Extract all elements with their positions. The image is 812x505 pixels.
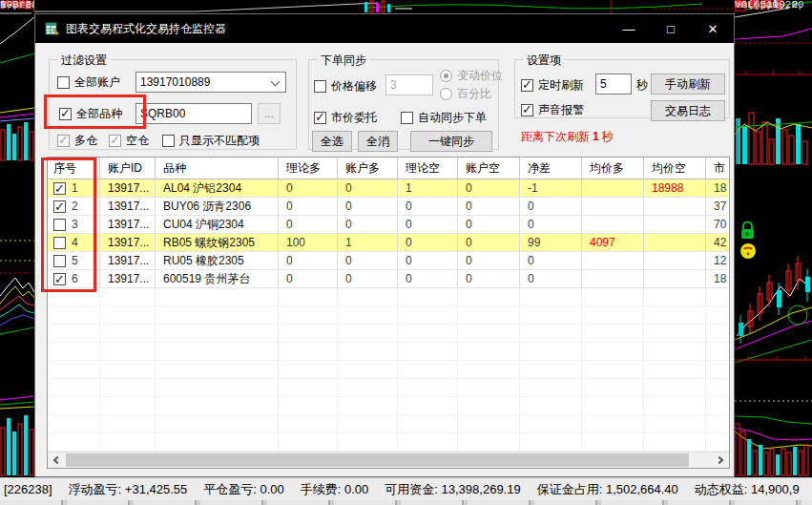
row-market: 42 — [706, 234, 729, 251]
col-avg-short[interactable]: 均价空 — [644, 158, 706, 179]
price-offset-box[interactable] — [314, 80, 326, 93]
row-account-long: 1 — [338, 234, 398, 251]
col-seq[interactable]: 序号 — [48, 158, 100, 179]
row-seq: 1 — [72, 179, 78, 197]
scroll-left-button[interactable] — [48, 452, 64, 468]
top-chart-graphics — [34, 0, 735, 13]
short-box[interactable] — [109, 135, 121, 147]
window-title: 图表交易程式化交易持仓监控器 — [66, 21, 226, 37]
table-row[interactable]: 1 13917... AL04 沪铝2304 0 0 1 0 -1 18988 … — [48, 179, 729, 198]
select-all-button[interactable]: 全选 — [312, 131, 352, 152]
sound-alarm-checkbox[interactable]: 声音报警 — [521, 102, 584, 118]
row-theory-long: 0 — [279, 179, 338, 197]
countdown-suffix: 秒 — [602, 130, 614, 143]
row-net-diff: 0 — [520, 198, 582, 215]
table-row[interactable]: 5 13917... RU05 橡胶2305 0 0 0 0 0 12 — [48, 252, 729, 270]
col-account-long[interactable]: 账户多 — [338, 158, 398, 179]
scrollbar-track[interactable] — [64, 452, 713, 468]
account-combobox[interactable]: 13917010889 — [135, 72, 286, 93]
row-avg-long — [582, 216, 644, 233]
row-theory-short: 0 — [398, 270, 458, 287]
scroll-right-button[interactable] — [713, 452, 729, 468]
percent-radio-circle[interactable] — [440, 88, 452, 100]
status-dynamic-equity: 动态权益: 14,900,9 — [695, 481, 800, 498]
table-row[interactable]: 2 13917... BUY06 沥青2306 0 0 0 0 0 37 — [48, 198, 729, 216]
row-net-diff: 0 — [520, 216, 582, 233]
row-net-diff: 0 — [520, 252, 582, 269]
tick-label: 变动价位 — [457, 68, 503, 84]
market-order-box[interactable] — [314, 112, 326, 124]
row-checkbox[interactable] — [53, 200, 66, 213]
row-market: 18 — [706, 270, 729, 287]
refresh-countdown: 距离下次刷新1秒 — [521, 129, 614, 145]
auto-sync-box[interactable] — [401, 112, 413, 124]
timed-refresh-box[interactable] — [521, 79, 533, 92]
row-avg-long: 4097 — [582, 234, 644, 251]
all-symbols-checkbox[interactable]: 全部品种 — [59, 106, 122, 122]
row-checkbox[interactable] — [53, 182, 66, 195]
table-row[interactable]: 4 13917... RB05 螺纹钢2305 100 1 0 0 99 409… — [48, 234, 729, 252]
one-key-sync-button[interactable]: 一键同步 — [410, 131, 492, 152]
browse-symbols-button[interactable]: ... — [258, 103, 281, 124]
title-bar[interactable]: 图表交易程式化交易持仓监控器 — □ ✕ — [35, 14, 734, 43]
row-checkbox[interactable] — [53, 219, 66, 231]
sound-alarm-box[interactable] — [521, 104, 533, 116]
all-symbols-box[interactable] — [59, 108, 72, 120]
row-checkbox[interactable] — [53, 273, 66, 285]
right-chart-graphics — [735, 0, 812, 478]
percent-radio[interactable]: 百分比 — [440, 86, 491, 102]
offset-input[interactable]: 3 — [385, 74, 433, 95]
cancel-all-button[interactable]: 全消 — [358, 131, 398, 152]
all-accounts-checkbox[interactable]: 全部账户 — [57, 74, 120, 91]
row-account-short: 0 — [458, 198, 520, 215]
long-position-checkbox[interactable]: 多仓 — [57, 133, 97, 149]
row-avg-short: 18988 — [644, 179, 706, 197]
tick-price-radio[interactable]: 变动价位 — [440, 68, 503, 84]
market-order-checkbox[interactable]: 市价委托 — [314, 110, 377, 126]
col-theory-short[interactable]: 理论空 — [398, 158, 458, 179]
screen: ↑ 3809 10,20) 沪铜连 0,20,( R-Brea 10, 20) — [0, 0, 812, 505]
row-avg-short — [644, 216, 706, 233]
row-net-diff: -1 — [520, 179, 582, 197]
row-avg-short — [644, 234, 706, 251]
trade-log-button[interactable]: 交易日志 — [651, 100, 725, 121]
row-account-short: 0 — [458, 270, 520, 287]
price-offset-checkbox[interactable]: 价格偏移 — [314, 78, 377, 95]
auto-sync-checkbox[interactable]: 自动同步下单 — [401, 110, 487, 126]
col-net-diff[interactable]: 净差 — [520, 158, 582, 179]
table-row[interactable]: 3 13917... CU04 沪铜2304 0 0 0 0 0 70 — [48, 216, 729, 234]
horizontal-scrollbar[interactable] — [48, 452, 729, 468]
row-checkbox[interactable] — [53, 237, 66, 249]
row-net-diff: 99 — [520, 234, 582, 251]
long-box[interactable] — [57, 135, 70, 147]
row-account-long: 0 — [338, 198, 398, 215]
col-account-short[interactable]: 账户空 — [458, 158, 520, 179]
interval-input[interactable]: 5 — [595, 74, 632, 95]
minimize-button[interactable]: — — [608, 14, 650, 43]
col-market[interactable]: 市 — [706, 158, 729, 179]
timed-refresh-checkbox[interactable]: 定时刷新 — [521, 77, 584, 94]
all-accounts-box[interactable] — [57, 76, 70, 89]
tick-radio-circle[interactable] — [440, 70, 452, 82]
col-theory-long[interactable]: 理论多 — [279, 158, 338, 179]
col-avg-long[interactable]: 均价多 — [582, 158, 644, 179]
scrollbar-thumb[interactable] — [66, 453, 689, 467]
close-button[interactable]: ✕ — [692, 14, 734, 43]
row-account-short: 0 — [458, 216, 520, 233]
col-symbol[interactable]: 品种 — [156, 158, 279, 179]
status-closed-pnl: 平仓盈亏: 0.00 — [203, 481, 284, 498]
background-chart-top: 1610.8 — [34, 0, 735, 13]
mismatch-box[interactable] — [162, 135, 175, 147]
mismatch-label: 只显示不匹配项 — [179, 133, 260, 149]
timed-refresh-label: 定时刷新 — [538, 77, 584, 94]
row-theory-short: 0 — [398, 198, 458, 215]
row-checkbox[interactable] — [53, 255, 66, 267]
manual-refresh-button[interactable]: 手动刷新 — [651, 74, 725, 95]
row-theory-long: 0 — [279, 198, 338, 215]
symbol-input[interactable]: SQRB00 — [135, 103, 252, 124]
col-account[interactable]: 账户ID — [100, 158, 156, 179]
short-position-checkbox[interactable]: 空仓 — [109, 133, 149, 149]
mismatch-only-checkbox[interactable]: 只显示不匹配项 — [162, 133, 260, 149]
table-row[interactable]: 6 13917... 600519 贵州茅台 0 0 0 0 0 18 — [48, 270, 729, 288]
maximize-button[interactable]: □ — [650, 14, 692, 43]
